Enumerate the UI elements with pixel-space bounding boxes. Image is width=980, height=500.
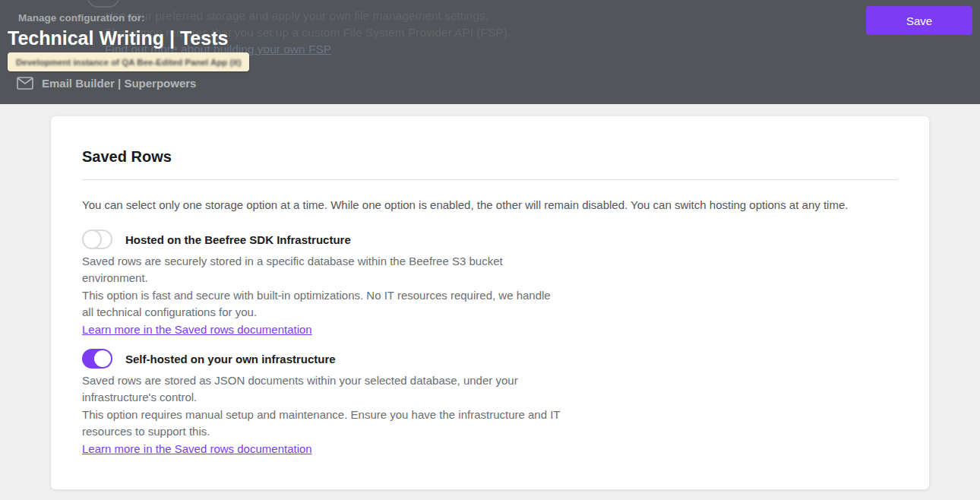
option-hosted-beefree: Hosted on the Beefree SDK Infrastructure… xyxy=(82,229,898,338)
option-self-hosted: Self-hosted on your own infrastructure S… xyxy=(82,349,898,457)
option-description: Saved rows are stored as JSON documents … xyxy=(82,372,614,441)
hosted-beefree-toggle[interactable] xyxy=(82,229,112,249)
option-header: Hosted on the Beefree SDK Infrastructure xyxy=(82,229,898,249)
save-button[interactable]: Save xyxy=(866,6,972,35)
option-header: Self-hosted on your own infrastructure xyxy=(82,349,898,369)
toggle-knob xyxy=(94,350,111,367)
manage-configuration-label: Manage configuration for: xyxy=(18,12,145,24)
envelope-icon xyxy=(17,77,33,90)
app-instance-badge-text: Development instance of QA Bee-Edited Pa… xyxy=(16,58,241,67)
saved-rows-card: Saved Rows You can select only one stora… xyxy=(51,116,929,489)
toggle-knob xyxy=(82,229,102,249)
saved-rows-doc-link[interactable]: Learn more in the Saved rows documentati… xyxy=(82,321,312,338)
divider xyxy=(82,179,898,180)
page-title: Technical Writing | Tests xyxy=(8,27,228,49)
saved-rows-doc-link[interactable]: Learn more in the Saved rows documentati… xyxy=(82,441,312,457)
self-hosted-toggle[interactable] xyxy=(82,349,112,369)
option-label: Self-hosted on your own infrastructure xyxy=(125,353,336,366)
intro-text: You can select only one storage option a… xyxy=(82,198,898,211)
app-instance-badge: Development instance of QA Bee-Edited Pa… xyxy=(8,52,249,71)
ghost-toggle xyxy=(87,0,119,8)
ghost-text-line: Use your preferred storage and apply you… xyxy=(105,9,488,23)
product-label: Email Builder | Superpowers xyxy=(42,77,196,90)
config-header: Use your preferred storage and apply you… xyxy=(0,0,980,104)
option-label: Hosted on the Beefree SDK Infrastructure xyxy=(125,233,351,246)
product-row: Email Builder | Superpowers xyxy=(17,77,196,90)
option-description: Saved rows are securely stored in a spec… xyxy=(82,253,614,321)
card-title: Saved Rows xyxy=(82,148,898,166)
